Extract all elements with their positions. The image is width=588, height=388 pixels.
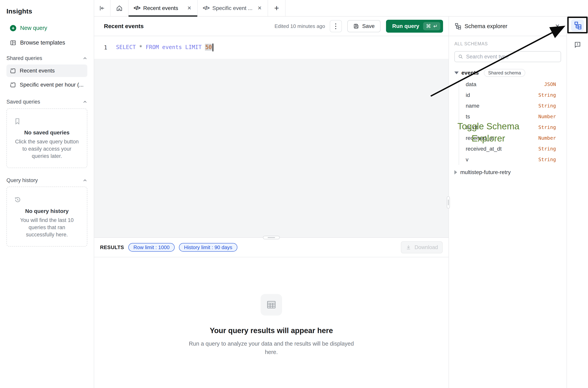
schema-explorer-panel: Schema explorer ✕ ALL SCHEMAS — [448, 17, 566, 388]
close-tab-icon[interactable]: ✕ — [186, 5, 192, 11]
results-empty-body: Run a query to analyze your data and the… — [187, 340, 355, 356]
query-header: Recent events Edited 10 minutes ago — [94, 17, 448, 36]
feedback-button[interactable] — [571, 39, 584, 50]
query-history-label: Query history — [6, 177, 38, 183]
close-panel-icon[interactable]: ✕ — [554, 22, 561, 30]
schema-field-row[interactable]: received_at Number — [466, 133, 561, 144]
field-name: data — [466, 81, 476, 88]
sidebar-item-label: Specific event per hour (... — [20, 82, 84, 88]
sql-keyword: FROM — [146, 44, 159, 50]
saved-empty-title: No saved queries — [14, 129, 80, 136]
schema-group-multistep[interactable]: multistep-future-retry — [454, 168, 561, 177]
schema-tree-icon — [454, 23, 461, 29]
sql-editor: 1 SELECT * FROM events LIMIT 50 Toggle S… — [94, 36, 448, 237]
shared-schema-badge: Shared schema — [484, 69, 525, 77]
results-toolbar: RESULTS Row limit : 1000 History limit :… — [94, 237, 448, 257]
schema-field-row[interactable]: v String — [466, 154, 561, 165]
browse-templates-label: Browse templates — [20, 39, 65, 46]
schema-field-list: data JSON id String name String ts — [459, 79, 561, 165]
code-icon: </> — [134, 5, 140, 11]
chevron-up-icon — [83, 178, 87, 183]
right-icon-rail — [566, 17, 588, 388]
field-type: Number — [538, 114, 561, 119]
field-name: ts_dt — [466, 124, 478, 130]
query-title: Recent events — [104, 23, 143, 29]
shared-queries-header[interactable]: Shared queries — [6, 55, 87, 61]
results-empty-state: Your query results will appear here Run … — [94, 257, 448, 388]
templates-icon — [10, 40, 16, 46]
sql-star: * — [139, 44, 142, 50]
saved-empty-body: Click the save query button to easily ac… — [14, 138, 80, 160]
home-button[interactable] — [111, 0, 129, 16]
row-limit-pill[interactable]: Row limit : 1000 — [128, 243, 175, 252]
save-icon — [353, 23, 359, 29]
plus-circle-icon: + — [10, 25, 16, 31]
field-name: ts — [466, 114, 470, 120]
triangle-down-icon — [454, 72, 459, 74]
field-type: String — [538, 92, 561, 98]
shared-queries-label: Shared queries — [6, 55, 42, 61]
history-limit-pill[interactable]: History limit : 90 days — [179, 243, 237, 252]
code-block-icon — [10, 82, 16, 88]
tab-label: Specific event ... — [212, 5, 254, 11]
insights-app: Insights + New query Browse templates Sh… — [0, 0, 588, 388]
field-name: name — [466, 103, 479, 109]
sql-keyword: SELECT — [116, 44, 136, 50]
panel-resize-handle[interactable] — [447, 196, 450, 208]
code-block-icon — [10, 68, 16, 74]
schema-field-row[interactable]: id String — [466, 90, 561, 100]
code-area[interactable]: 1 SELECT * FROM events LIMIT 50 — [94, 36, 448, 59]
sql-keyword: LIMIT — [185, 44, 202, 50]
close-tab-icon[interactable]: ✕ — [257, 5, 262, 11]
chevron-up-icon — [83, 100, 87, 104]
results-pane: RESULTS Row limit : 1000 History limit :… — [94, 237, 448, 388]
enter-key-icon: ↵ — [433, 23, 438, 29]
save-button[interactable]: Save — [347, 20, 380, 32]
schema-search-box — [454, 51, 561, 62]
results-resize-handle[interactable] — [263, 236, 280, 239]
line-number: 1 — [94, 44, 105, 51]
schema-field-row[interactable]: ts_dt String — [466, 122, 561, 133]
field-name: id — [466, 92, 470, 98]
keyboard-shortcut-badge: ⌘ ↵ — [423, 22, 440, 30]
results-label: RESULTS — [100, 244, 124, 250]
schema-field-row[interactable]: received_at_dt String — [466, 144, 561, 154]
results-empty-title: Your query results will appear here — [210, 326, 333, 335]
collapse-sidebar-button[interactable] — [94, 0, 111, 16]
field-type: String — [538, 157, 561, 162]
sql-number: 50 — [205, 44, 212, 50]
main-pane: Recent events Edited 10 minutes ago — [94, 17, 448, 388]
more-options-button[interactable] — [330, 20, 342, 32]
download-label: Download — [415, 244, 438, 250]
saved-queries-label: Saved queries — [6, 99, 40, 105]
browse-templates-button[interactable]: Browse templates — [6, 39, 87, 46]
tab-recent-events[interactable]: </> Recent events ✕ — [129, 0, 198, 16]
tab-label: Recent events — [143, 5, 183, 11]
saved-queries-header[interactable]: Saved queries — [6, 99, 87, 105]
download-button[interactable]: Download — [401, 241, 443, 253]
sidebar: Insights + New query Browse templates Sh… — [0, 0, 94, 388]
app-title: Insights — [6, 7, 87, 15]
schema-field-row[interactable]: ts Number — [466, 111, 561, 122]
schema-field-row[interactable]: name String — [466, 100, 561, 111]
run-query-button[interactable]: Run query ⌘ ↵ — [386, 20, 443, 33]
field-name: received_at — [466, 135, 494, 141]
schema-group-label: events — [461, 70, 479, 76]
query-history-header[interactable]: Query history — [6, 177, 87, 183]
new-query-button[interactable]: + New query — [6, 25, 87, 31]
edited-status: Edited 10 minutes ago — [275, 23, 325, 29]
command-key-icon: ⌘ — [426, 23, 431, 29]
schema-search-input[interactable] — [466, 54, 558, 60]
all-schemas-label: ALL SCHEMAS — [454, 41, 561, 47]
sidebar-item-specific-event[interactable]: Specific event per hour (... — [6, 78, 87, 91]
history-empty-title: No query history — [14, 208, 80, 214]
shared-queries-list: Recent events Specific event per hour (.… — [6, 65, 87, 91]
toggle-schema-explorer-button[interactable] — [571, 19, 584, 31]
new-tab-button[interactable]: + — [268, 0, 286, 16]
schema-group-events[interactable]: events Shared schema — [454, 68, 561, 77]
table-icon-box — [260, 294, 282, 315]
sidebar-item-recent-events[interactable]: Recent events — [6, 65, 87, 77]
schema-field-row[interactable]: data JSON — [466, 79, 561, 90]
bookmark-icon — [14, 118, 80, 125]
tab-specific-event[interactable]: </> Specific event ... ✕ — [198, 0, 268, 16]
